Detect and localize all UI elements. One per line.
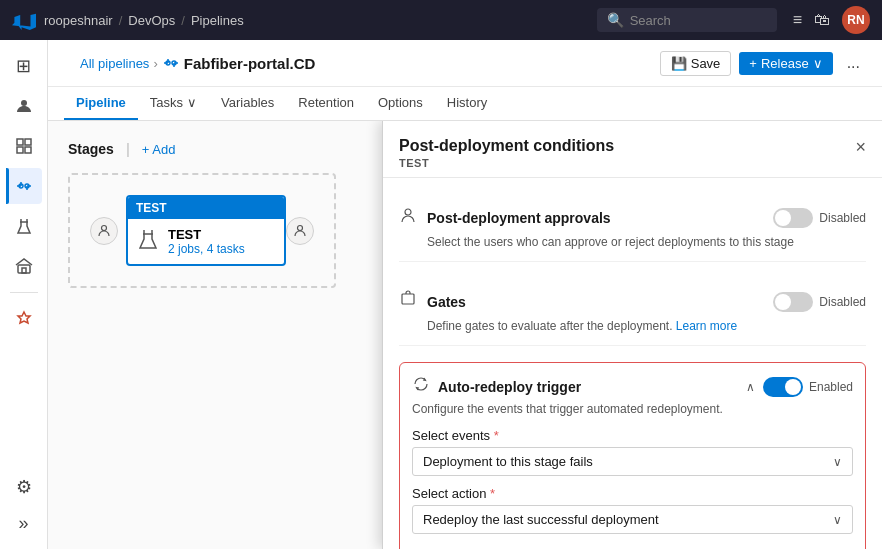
gates-toggle-wrap: Disabled [773,292,866,312]
action-value: Redeploy the last successful deployment [423,512,659,527]
all-pipelines-link[interactable]: All pipelines [80,56,149,71]
gates-toggle-label: Disabled [819,295,866,309]
save-icon: 💾 [671,56,687,71]
sidebar-item-test[interactable] [6,208,42,244]
azure-devops-logo[interactable] [12,8,36,32]
tab-pipeline[interactable]: Pipeline [64,87,138,120]
svg-point-14 [298,225,303,230]
sub-header: All pipelines › Fabfiber-portal.CD 💾 Sav… [48,40,882,87]
gates-learn-more-link[interactable]: Learn more [676,319,737,333]
svg-rect-1 [17,139,23,145]
stage-info: TEST 2 jobs, 4 tasks [168,227,245,256]
sidebar-divider [10,292,38,293]
sidebar-item-boards[interactable] [6,128,42,164]
events-select[interactable]: Deployment to this stage fails ∨ [412,447,853,476]
chevron-down-icon: ∨ [813,56,823,71]
panel-header: Post-deployment conditions TEST × [383,121,882,178]
sidebar-item-collapse[interactable]: » [6,505,42,541]
gates-desc: Define gates to evaluate after the deplo… [427,319,866,333]
stage-test: TEST TEST 2 jobs, 4 tasks [126,195,286,266]
breadcrumb-pipelines[interactable]: Pipelines [191,13,244,28]
tabs-bar: Pipeline Tasks ∨ Variables Retention Opt… [48,87,882,121]
stages-container: TEST TEST 2 jobs, 4 tasks [90,195,314,266]
panel-post-deployment: Post-deployment conditions TEST × Post-d… [382,121,882,549]
approvals-icon [399,206,417,229]
panel-subtitle: TEST [399,157,614,169]
auto-redeploy-toggle-wrap: Enabled [763,377,853,397]
approvals-title: Post-deployment approvals [427,210,763,226]
save-button[interactable]: 💾 Save [660,51,732,76]
gates-toggle[interactable] [773,292,813,312]
post-approver-icon [286,217,314,245]
tab-options[interactable]: Options [366,87,435,120]
sidebar-item-users[interactable] [6,88,42,124]
auto-redeploy-title: Auto-redeploy trigger [438,379,738,395]
auto-redeploy-icon [412,375,430,398]
events-chevron-icon: ∨ [833,455,842,469]
section-gates: Gates Disabled Define gates to evaluate … [399,278,866,346]
add-stage-button[interactable]: + Add [142,142,176,157]
tab-retention[interactable]: Retention [286,87,366,120]
events-label: Select events * [412,428,853,443]
breadcrumb-project[interactable]: DevOps [128,13,175,28]
sidebar-item-home[interactable]: ⊞ [6,48,42,84]
sub-breadcrumb: All pipelines › Fabfiber-portal.CD [64,48,331,78]
svg-point-15 [405,209,411,215]
approvals-toggle-wrap: Disabled [773,208,866,228]
auto-redeploy-collapse-icon[interactable]: ∧ [746,380,755,394]
stage-icon [136,227,160,256]
auto-redeploy-toggle[interactable] [763,377,803,397]
pipeline-stages-area: TEST TEST 2 jobs, 4 tasks [68,173,336,288]
tab-variables[interactable]: Variables [209,87,286,120]
panel-title: Post-deployment conditions [399,137,614,155]
sidebar-item-artifacts[interactable] [6,248,42,284]
approvals-row: Post-deployment approvals Disabled [399,206,866,229]
stage-subtitle: 2 jobs, 4 tasks [168,242,245,256]
action-select[interactable]: Redeploy the last successful deployment … [412,505,853,534]
sidebar-bottom: ⚙ » [6,469,42,549]
svg-rect-4 [25,147,31,153]
section-approvals: Post-deployment approvals Disabled Selec… [399,194,866,262]
auto-redeploy-section: Auto-redeploy trigger ∧ Enabled Configur… [399,362,866,549]
stage-card-test[interactable]: TEST TEST 2 jobs, 4 tasks [126,195,286,266]
avatar[interactable]: RN [842,6,870,34]
sidebar-item-extensions[interactable] [6,301,42,337]
action-chevron-icon: ∨ [833,513,842,527]
main-content: All pipelines › Fabfiber-portal.CD 💾 Sav… [48,40,882,549]
panel-close-button[interactable]: × [855,137,866,158]
top-nav: roopeshnair / DevOps / Pipelines 🔍 ≡ 🛍 R… [0,0,882,40]
approvals-toggle[interactable] [773,208,813,228]
pipeline-title: Fabfiber-portal.CD [184,55,316,72]
events-value: Deployment to this stage fails [423,454,593,469]
more-button[interactable]: ... [841,50,866,76]
action-required-mark: * [490,486,495,501]
approvals-desc: Select the users who can approve or reje… [427,235,866,249]
svg-rect-3 [17,147,23,153]
search-box[interactable]: 🔍 [597,8,777,32]
gates-icon [399,290,417,313]
search-icon: 🔍 [607,12,624,28]
stages-label: Stages [68,141,114,157]
release-button[interactable]: + Release ∨ [739,52,832,75]
sidebar-item-pipelines[interactable] [6,168,42,204]
nav-icons: ≡ 🛍 RN [793,6,870,34]
top-breadcrumb: roopeshnair / DevOps / Pipelines [44,13,244,28]
auto-redeploy-toggle-label: Enabled [809,380,853,394]
stage-card-header: TEST [128,197,284,219]
gates-row: Gates Disabled [399,290,866,313]
svg-rect-16 [402,294,414,304]
search-input[interactable] [630,13,750,28]
plus-icon: + [749,56,757,71]
list-icon[interactable]: ≡ [793,11,802,29]
stage-card-body: TEST 2 jobs, 4 tasks [128,219,284,264]
svg-point-12 [102,225,107,230]
events-required-mark: * [494,428,499,443]
content-area: Stages | + Add TEST [48,121,882,549]
tab-tasks[interactable]: Tasks ∨ [138,87,209,120]
svg-point-0 [21,100,27,106]
approvals-toggle-label: Disabled [819,211,866,225]
sidebar-item-settings[interactable]: ⚙ [6,469,42,505]
briefcase-icon[interactable]: 🛍 [814,11,830,29]
tab-history[interactable]: History [435,87,499,120]
breadcrumb-org[interactable]: roopeshnair [44,13,113,28]
